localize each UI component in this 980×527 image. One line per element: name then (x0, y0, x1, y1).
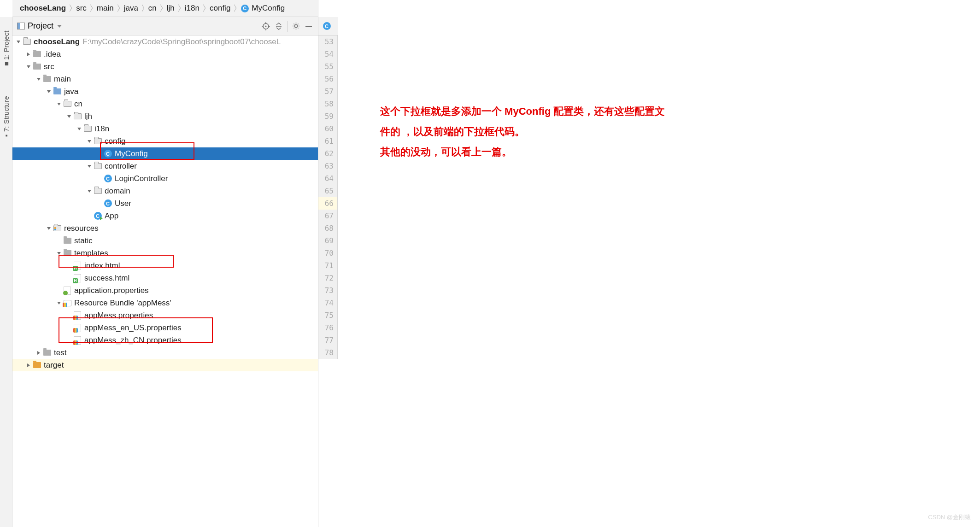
chevron-right-icon (202, 3, 207, 14)
tree-node-bundle[interactable]: Resource Bundle 'appMess' (12, 297, 318, 309)
breadcrumb-item[interactable]: java (121, 4, 141, 13)
left-tool-strip: ■ 1: Project ▪ 7: Structure (0, 17, 12, 527)
breadcrumb-item[interactable]: src (73, 4, 89, 13)
gutter-line[interactable]: 59 (318, 110, 337, 123)
tree-node-myconfig[interactable]: CMyConfig (12, 147, 318, 160)
tree-node-user[interactable]: CUser (12, 197, 318, 210)
chevron-right-icon (89, 3, 94, 14)
gutter-line[interactable]: 55 (318, 60, 337, 73)
left-tab-structure[interactable]: ▪ 7: Structure (0, 86, 12, 141)
gutter-line[interactable]: 61 (318, 135, 337, 147)
tree-label: main (54, 75, 71, 84)
chevron-down-icon (46, 88, 52, 95)
gutter-line[interactable]: 73 (318, 284, 337, 297)
project-view-label: Project (28, 21, 53, 31)
tree-node-i18n[interactable]: i18n (12, 123, 318, 135)
tree-node-static[interactable]: static (12, 234, 318, 247)
tree-node-controller[interactable]: controller (12, 160, 318, 172)
tree-label: MyConfig (115, 149, 148, 158)
gutter-line[interactable]: 70 (318, 247, 337, 259)
tree-node-src[interactable]: src (12, 60, 318, 73)
gutter-line[interactable]: 62 (318, 147, 337, 160)
hide-icon[interactable] (302, 20, 315, 33)
breadcrumb-item[interactable]: i18n (182, 4, 202, 13)
tree-label: static (74, 236, 93, 246)
breadcrumb-item[interactable]: config (207, 4, 233, 13)
gutter-line[interactable]: 72 (318, 272, 337, 284)
tree-node-logincontroller[interactable]: CLoginController (12, 172, 318, 185)
folder-icon (43, 76, 51, 83)
tree-node-java[interactable]: java (12, 85, 318, 98)
gutter-line[interactable]: 66 (318, 197, 337, 210)
tree-node-ljh[interactable]: ljh (12, 110, 318, 123)
breadcrumb-item[interactable]: chooseLang (17, 4, 69, 13)
gutter-line[interactable]: 56 (318, 73, 337, 85)
chevron-right-icon (69, 3, 73, 14)
tree-label: .idea (44, 50, 61, 59)
folder-icon: ■ (2, 60, 10, 68)
gutter-line[interactable]: 58 (318, 98, 337, 110)
expand-all-icon[interactable] (272, 20, 285, 33)
left-tab-project[interactable]: ■ 1: Project (0, 19, 12, 70)
gutter-line[interactable]: 71 (318, 259, 337, 272)
gutter-line[interactable]: 76 (318, 322, 337, 334)
tree-label: appMess.properties (84, 311, 153, 320)
gutter-line[interactable]: 75 (318, 309, 337, 322)
tree-label: i18n (94, 124, 109, 134)
gutter-line[interactable]: 74 (318, 297, 337, 309)
gutter-line[interactable]: 53 (318, 35, 337, 48)
tree-node-appmess[interactable]: appMess.properties (12, 309, 318, 322)
tree-node-index-html[interactable]: index.html (12, 259, 318, 272)
gutter-line[interactable]: 78 (318, 346, 337, 359)
chevron-right-icon (35, 350, 42, 356)
annotation-line: 这个下拉框就是多添加一个 MyConfig 配置类，还有这些配置文 (380, 101, 665, 122)
html-file-icon (73, 275, 82, 282)
class-icon: C (104, 200, 112, 207)
tree-node-success-html[interactable]: success.html (12, 272, 318, 284)
chevron-right-icon (141, 3, 146, 14)
gutter-line[interactable]: 65 (318, 185, 337, 197)
tree-node-test[interactable]: test (12, 346, 318, 359)
tree-node-appmess-zh[interactable]: appMess_zh_CN.properties (12, 334, 318, 346)
tree-node-main[interactable]: main (12, 73, 318, 85)
tree-label: index.html (84, 261, 120, 270)
gutter-line[interactable]: 57 (318, 85, 337, 98)
tree-node-templates[interactable]: templates (12, 247, 318, 259)
breadcrumb-item[interactable]: C MyConfig (238, 4, 288, 13)
chevron-right-icon (177, 3, 182, 14)
tree-node-domain[interactable]: domain (12, 185, 318, 197)
tree-root[interactable]: chooseLangF:\myCode\crazyCode\SpringBoot… (12, 35, 318, 48)
tree-node-target[interactable]: target (12, 359, 318, 371)
gutter-line[interactable]: 69 (318, 234, 337, 247)
locate-icon[interactable] (259, 20, 272, 33)
editor-tabs: C (318, 17, 338, 35)
tree-node-cn[interactable]: cn (12, 98, 318, 110)
gear-icon[interactable] (289, 20, 302, 33)
project-view-selector[interactable]: Project (17, 21, 62, 31)
tree-label: Resource Bundle 'appMess' (74, 299, 171, 308)
chevron-down-icon (66, 113, 72, 120)
tree-node-config[interactable]: config (12, 135, 318, 147)
gutter-line[interactable]: 68 (318, 222, 337, 234)
tree-label: java (64, 87, 78, 96)
breadcrumb-item[interactable]: ljh (164, 4, 177, 13)
tree-node-app-props[interactable]: application.properties (12, 284, 318, 297)
gutter-line[interactable]: 60 (318, 123, 337, 135)
gutter-line[interactable]: 63 (318, 160, 337, 172)
class-icon: C (323, 23, 331, 30)
breadcrumb-item[interactable]: main (94, 4, 117, 13)
breadcrumb-item[interactable]: cn (146, 4, 159, 13)
properties-file-icon (73, 312, 82, 319)
gutter-line[interactable]: 54 (318, 48, 337, 60)
tree-node-appmess-en[interactable]: appMess_en_US.properties (12, 322, 318, 334)
tree-node-app[interactable]: CApp (12, 210, 318, 222)
gutter-line[interactable]: 64 (318, 172, 337, 185)
project-tree[interactable]: chooseLangF:\myCode\crazyCode\SpringBoot… (12, 35, 318, 527)
gutter-line[interactable]: 77 (318, 334, 337, 346)
tree-node-idea[interactable]: .idea (12, 48, 318, 60)
module-icon (23, 38, 31, 46)
tree-path-hint: F:\myCode\crazyCode\SpringBoot\springboo… (82, 37, 281, 47)
gutter-line[interactable]: 67 (318, 210, 337, 222)
chevron-down-icon (86, 138, 93, 145)
tree-node-resources[interactable]: resources (12, 222, 318, 234)
